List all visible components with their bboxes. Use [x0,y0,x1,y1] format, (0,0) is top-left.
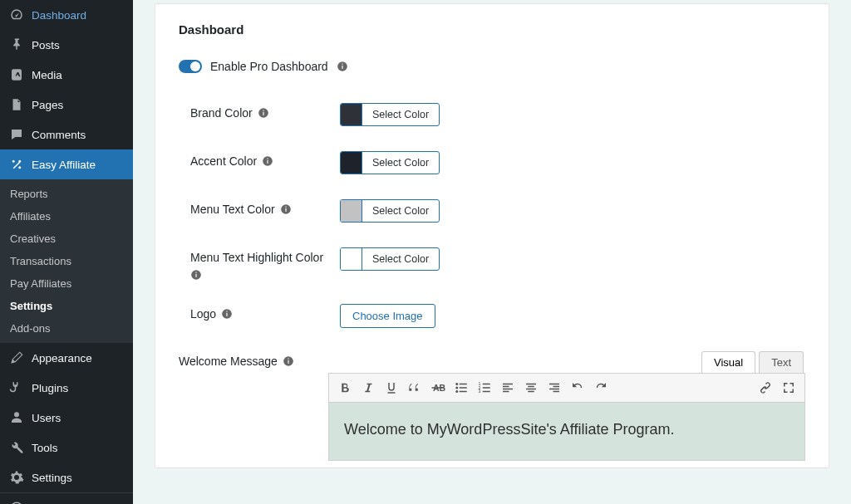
sidebar-item-dashboard[interactable]: Dashboard [0,0,133,30]
fullscreen-button[interactable] [778,377,799,399]
sidebar-item-comments[interactable]: Comments [0,120,133,149]
editor-tabs: Visual Text [328,351,805,373]
select-color-button[interactable]: Select Color [362,104,439,125]
user-icon [8,409,25,426]
info-icon[interactable] [337,61,348,72]
dashboard-icon [8,7,25,23]
align-left-button[interactable] [497,377,519,399]
pin-icon [8,37,25,53]
content-area: Dashboard Enable Pro Dashboard Brand Col… [133,0,851,504]
strikethrough-button[interactable] [427,377,449,399]
unordered-list-button[interactable] [450,377,472,399]
menu-text-highlight-color-swatch [341,248,362,270]
ordered-list-button[interactable] [474,377,495,399]
row-logo: Logo Choose Image [190,292,805,340]
info-icon[interactable] [283,355,294,367]
accent-color-label: Accent Color [190,154,257,168]
submenu-item-reports[interactable]: Reports [0,183,133,205]
underline-button[interactable] [381,377,402,399]
menu-text-highlight-color-picker[interactable]: Select Color [340,247,440,271]
menu-text-color-picker[interactable]: Select Color [340,199,440,223]
gear-icon [8,469,25,486]
info-icon[interactable] [258,107,269,119]
sidebar-item-label: Plugins [32,382,68,394]
choose-image-button[interactable]: Choose Image [340,304,435,328]
brand-color-picker[interactable]: Select Color [340,103,440,126]
sidebar-item-label: Comments [32,129,86,141]
submenu-item-addons[interactable]: Add-ons [0,317,133,340]
sidebar-item-label: Easy Affiliate [32,159,96,171]
info-icon[interactable] [221,308,233,320]
sidebar-item-label: Appearance [32,352,92,365]
dashboard-settings-panel: Dashboard Enable Pro Dashboard Brand Col… [155,3,829,468]
sidebar-item-label: Pages [32,99,63,111]
sidebar-item-easy-affiliate[interactable]: Easy Affiliate [0,149,133,179]
welcome-message-editor[interactable]: Welcome to MyWordPressSite's Affiliate P… [328,403,805,461]
undo-button[interactable] [567,377,588,399]
tools-icon [8,439,25,456]
sidebar-item-tools[interactable]: Tools [0,433,133,462]
row-welcome-message: Welcome Message Visual Text [179,340,805,461]
enable-pro-dashboard-toggle[interactable] [179,60,202,73]
sidebar-item-label: Posts [32,39,60,51]
submenu-item-settings[interactable]: Settings [0,295,133,317]
info-icon[interactable] [280,203,292,215]
info-icon[interactable] [262,155,273,167]
select-color-button[interactable]: Select Color [362,152,439,174]
sidebar-item-settings[interactable]: Settings [0,462,133,492]
page-icon [8,96,25,113]
bold-button[interactable] [334,377,356,399]
media-icon [8,66,25,83]
menu-text-highlight-color-label: Menu Text Highlight Color [190,251,323,264]
link-button[interactable] [755,377,776,399]
admin-sidebar: Dashboard Posts Media Pages Comments Eas… [0,0,133,504]
comment-icon [8,126,25,143]
info-icon[interactable] [190,269,202,281]
sidebar-item-plugins[interactable]: Plugins [0,373,133,403]
menu-text-color-label: Menu Text Color [190,203,275,216]
row-menu-text-highlight-color: Menu Text Highlight Color Select Color [190,236,805,292]
sidebar-item-label: Dashboard [32,9,86,22]
plugin-icon [8,379,25,396]
logo-label: Logo [190,307,216,321]
sidebar-item-pages[interactable]: Pages [0,90,133,120]
affiliate-icon [8,156,25,173]
select-color-button[interactable]: Select Color [362,200,439,222]
welcome-message-label: Welcome Message [179,355,278,368]
tab-visual[interactable]: Visual [701,351,755,373]
menu-text-color-swatch [341,200,362,222]
accent-color-swatch [341,152,362,174]
row-menu-text-color: Menu Text Color Select Color [190,188,805,236]
submenu-item-creatives[interactable]: Creatives [0,228,133,250]
brand-color-swatch [341,104,362,125]
sidebar-item-label: Tools [32,442,58,454]
enable-pro-dashboard-label: Enable Pro Dashboard [210,60,328,73]
tab-text[interactable]: Text [759,351,804,373]
submenu-item-affiliates[interactable]: Affiliates [0,205,133,228]
brand-color-label: Brand Color [190,106,253,120]
blockquote-button[interactable] [404,377,426,399]
sidebar-item-users[interactable]: Users [0,403,133,433]
submenu-item-transactions[interactable]: Transactions [0,250,133,272]
editor-toolbar [328,373,805,403]
collapse-menu-button[interactable]: Collapse menu [0,492,133,504]
row-brand-color: Brand Color Select Color [190,91,805,139]
align-right-button[interactable] [544,377,565,399]
easy-affiliate-submenu: Reports Affiliates Creatives Transaction… [0,179,133,343]
sidebar-item-appearance[interactable]: Appearance [0,343,133,373]
collapse-icon [8,500,25,504]
align-center-button[interactable] [520,377,542,399]
sidebar-item-label: Media [32,69,62,81]
select-color-button[interactable]: Select Color [362,248,439,270]
redo-button[interactable] [590,377,612,399]
sidebar-item-posts[interactable]: Posts [0,30,133,60]
row-accent-color: Accent Color Select Color [190,139,805,188]
accent-color-picker[interactable]: Select Color [340,151,440,174]
sidebar-item-label: Users [32,412,61,424]
sidebar-item-media[interactable]: Media [0,60,133,90]
appearance-icon [8,350,25,366]
submenu-item-pay-affiliates[interactable]: Pay Affiliates [0,272,133,295]
italic-button[interactable] [357,377,379,399]
sidebar-item-label: Settings [32,472,72,484]
panel-title: Dashboard [179,22,805,37]
